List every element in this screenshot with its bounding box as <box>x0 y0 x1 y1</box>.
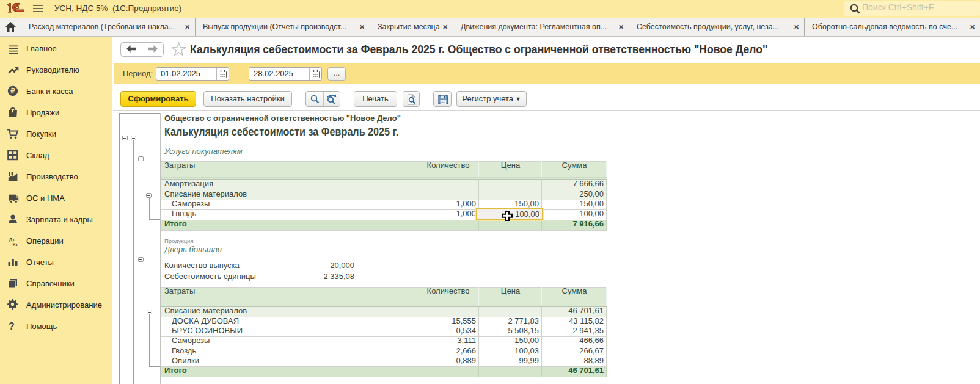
svg-text:Кт: Кт <box>13 242 18 247</box>
svg-text:₽: ₽ <box>10 87 15 95</box>
